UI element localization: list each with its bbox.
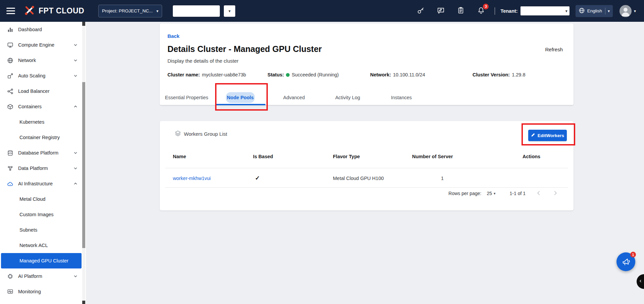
sidebar-item-database-platform[interactable]: Database Platform	[0, 145, 82, 161]
page-subtitle: Display the details of the cluster	[167, 58, 239, 64]
sidebar-item-label: Metal Cloud	[19, 196, 78, 202]
back-link[interactable]: Back	[167, 33, 180, 39]
fpt-cloud-logo[interactable]: FPT CLOUD	[23, 4, 84, 18]
globe-icon	[579, 7, 585, 15]
network-label: Network:	[370, 72, 391, 77]
sidebar-item-network-acl[interactable]: Network ACL	[0, 238, 82, 253]
sidebar-item-label: Containers	[18, 104, 73, 109]
sidebar-item-container-registry[interactable]: Container Registry	[0, 130, 82, 145]
sidebar-item-label: Network	[18, 58, 73, 63]
workers-group-card: Workers Group List EditWorkers Name Is B…	[160, 121, 574, 210]
main-content: Back Details Cluster - Managed GPU Clust…	[86, 22, 644, 304]
chevron-right-icon	[552, 189, 559, 198]
status-label: Status:	[267, 72, 284, 77]
notifications-button[interactable]: 3	[476, 6, 486, 16]
chevron-up-icon	[73, 182, 78, 186]
caret-down-icon: ▾	[634, 9, 636, 13]
sidebar-item-ai-platform[interactable]: AI Platform	[0, 268, 82, 284]
data-platform-icon	[7, 165, 15, 172]
pagination-bar: Rows per page: 25 ▾ 1-1 of 1	[448, 189, 559, 198]
sidebar-item-label: Compute Engine	[18, 42, 73, 48]
sidebar-item-ai-infrastructure[interactable]: AI Infrastructure	[0, 176, 82, 191]
feedback-button[interactable]	[436, 6, 446, 16]
caret-down-icon: ▾	[229, 9, 231, 13]
tab-label: Activity Log	[335, 95, 360, 100]
tab-advanced[interactable]: Advanced	[267, 90, 321, 105]
project-selector-dropdown[interactable]: Project: PROJECT_NC... ▾	[98, 5, 162, 17]
sidebar-item-label: AI Platform	[18, 273, 73, 279]
tab-activity-log[interactable]: Activity Log	[321, 90, 375, 105]
documents-button[interactable]	[456, 6, 466, 16]
navbar-separator	[495, 7, 495, 15]
refresh-button[interactable]: Refresh	[545, 47, 563, 52]
language-select[interactable]: English ▾	[576, 5, 613, 17]
tab-label: Essential Properties	[165, 95, 208, 100]
feedback-chat-icon	[437, 7, 445, 15]
column-header-name: Name	[173, 154, 253, 159]
sidebar-item-label: Load Balancer	[18, 88, 78, 94]
sidebar-item-kubernetes[interactable]: Kubernetes	[0, 114, 82, 130]
chevron-down-icon	[73, 274, 78, 278]
sidebar-item-label: Container Registry	[19, 135, 78, 140]
rows-per-page-select[interactable]: 25 ▾	[487, 191, 495, 196]
column-header-is-based: Is Based	[253, 154, 333, 159]
sidebar-item-metal-cloud[interactable]: Metal Cloud	[0, 191, 82, 207]
active-tab-indicator	[215, 104, 265, 105]
sidebar-scrollbar-thumb[interactable]	[82, 82, 85, 248]
chevron-down-icon	[73, 166, 78, 170]
table-row: worker-mkhw1vui ✓ Metal Cloud GPU H100 1	[173, 175, 565, 182]
load-balancer-icon	[7, 88, 15, 95]
sidebar-item-compute-engine[interactable]: Compute Engine	[0, 37, 82, 53]
chevron-down-icon	[73, 58, 78, 62]
sidebar-item-dashboard[interactable]: Dashboard	[0, 22, 82, 37]
sidebar-item-subnets[interactable]: Subnets	[0, 222, 82, 238]
cluster-version-label: Cluster Version:	[473, 72, 510, 77]
tab-essential-properties[interactable]: Essential Properties	[160, 90, 213, 105]
layers-icon	[175, 130, 181, 138]
status-value: Succeeded (Running)	[292, 72, 339, 77]
resource-select-caret-button[interactable]: ▾	[224, 5, 235, 17]
tab-instances[interactable]: Instances	[375, 90, 428, 105]
collapse-widget-button[interactable]	[637, 274, 644, 289]
edit-workers-button[interactable]: EditWorkers	[528, 130, 567, 141]
tab-node-pools[interactable]: Node Pools	[213, 90, 267, 105]
check-icon: ✓	[255, 175, 333, 182]
tab-label: Instances	[391, 95, 412, 100]
megaphone-icon	[621, 256, 631, 267]
resource-select-input[interactable]	[173, 5, 220, 17]
pagination-range-label: 1-1 of 1	[510, 191, 526, 196]
cluster-info-row: Cluster name: mycluster-uab8e73b Status:…	[160, 72, 574, 79]
flavor-type-value: Metal Cloud GPU H100	[333, 176, 412, 181]
sidebar-item-containers[interactable]: Containers	[0, 99, 82, 114]
database-icon	[7, 150, 15, 156]
sidebar-item-load-balancer[interactable]: Load Balancer	[0, 83, 82, 99]
hamburger-menu-button[interactable]	[0, 0, 21, 22]
ai-infrastructure-cloud-icon	[7, 181, 15, 187]
page-title: Details Cluster - Managed GPU Cluster	[167, 44, 322, 54]
sidebar-item-monitoring[interactable]: Monitoring	[0, 284, 82, 299]
chevron-down-icon	[73, 43, 78, 47]
next-page-button[interactable]	[552, 189, 559, 198]
tenant-select[interactable]: ▾	[521, 6, 569, 15]
worker-name-link[interactable]: worker-mkhw1vui	[173, 176, 253, 181]
user-menu[interactable]: ▾	[620, 5, 636, 17]
announcements-fab-button[interactable]: 1	[616, 252, 635, 271]
sidebar-item-label: Kubernetes	[19, 119, 78, 125]
rows-per-page-value: 25	[487, 191, 492, 196]
cluster-name-label: Cluster name:	[167, 72, 200, 77]
sidebar-item-label: Dashboard	[18, 27, 78, 32]
previous-page-button[interactable]	[535, 189, 542, 198]
key-icon	[417, 7, 425, 15]
sidebar-item-auto-scaling[interactable]: Auto Scaling	[0, 68, 82, 83]
sidebar-item-network[interactable]: Network	[0, 53, 82, 68]
caret-down-icon: ▾	[608, 9, 610, 13]
caret-down-icon: ▾	[494, 192, 496, 195]
pencil-icon	[531, 133, 535, 138]
sidebar-item-data-platform[interactable]: Data Platform	[0, 161, 82, 176]
top-navbar: FPT CLOUD Project: PROJECT_NC... ▾ ▾	[0, 0, 644, 22]
access-key-button[interactable]	[415, 6, 426, 16]
sidebar-item-custom-images[interactable]: Custom Images	[0, 207, 82, 222]
cluster-name-info: Cluster name: mycluster-uab8e73b	[167, 72, 246, 77]
sidebar-item-managed-gpu-cluster[interactable]: Managed GPU Cluster	[1, 253, 82, 268]
containers-icon	[7, 104, 15, 110]
